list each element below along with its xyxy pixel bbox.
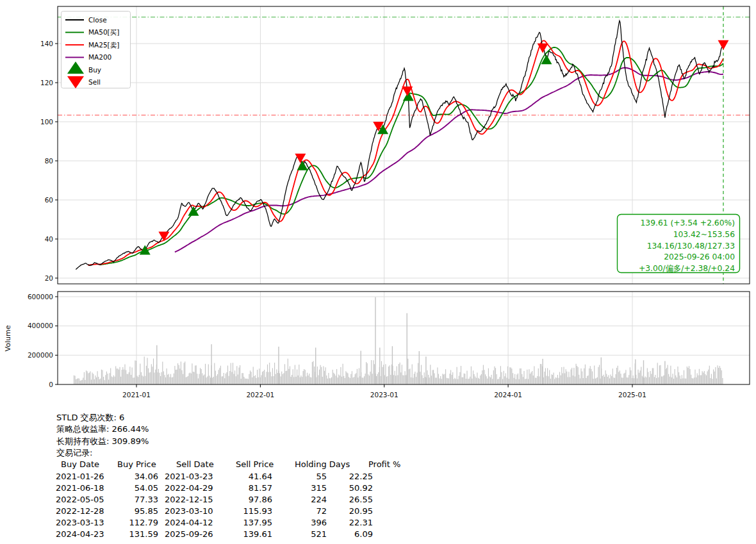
trade-cell: 97.86 (216, 495, 272, 504)
price-ytick: 100 (40, 118, 53, 126)
trade-cell: 2022-05-05 (56, 495, 107, 504)
col-profit-pct: Profit % (368, 459, 400, 469)
trade-cell: 6.09 (327, 529, 373, 539)
sell-marker-icon (158, 231, 169, 241)
volume-ytick: 200000 (28, 351, 53, 359)
legend-label: Sell (88, 78, 101, 86)
trade-cell: 54.05 (107, 483, 158, 493)
trade-cell: 521 (272, 529, 327, 539)
trade-cell: 2021-01-26 (56, 472, 107, 481)
trade-cell: 115.93 (216, 506, 272, 516)
trade-cell: 50.92 (327, 483, 373, 493)
xtick-label: 2025-01 (618, 391, 646, 399)
price-ytick: 40 (45, 235, 53, 243)
trade-cell: 2025-09-26 (165, 529, 216, 539)
trade-cell: 95.85 (107, 506, 158, 516)
trade-cell: 22.25 (327, 472, 373, 481)
annotation-box: 139.61 (+3.54 +2.60%)103.42~153.56134.16… (618, 215, 740, 274)
price-ytick: 60 (45, 196, 53, 204)
volume-ytick: 400000 (28, 322, 53, 329)
trade-count-line: STLD 交易次数: 6 (56, 412, 124, 424)
trade-cell: 2024-04-23 (56, 529, 107, 539)
trade-cell: 137.95 (216, 518, 272, 527)
annotation-line: 103.42~153.56 (673, 230, 735, 239)
col-buy-date: Buy Date (61, 459, 99, 469)
trade-cell: 22.31 (327, 518, 373, 527)
trade-cell: 2023-03-13 (56, 518, 107, 527)
xtick-label: 2022-01 (246, 391, 274, 399)
trade-cell: 2022-12-15 (165, 495, 216, 504)
annotation-line: 134.16/130.48/127.33 (647, 242, 735, 251)
trade-cell: 55 (272, 472, 327, 481)
volume-axis-label: Volume (4, 325, 12, 351)
xtick-label: 2023-01 (370, 391, 399, 399)
strategy-return-line: 策略总收益率: 266.44% (56, 424, 149, 435)
annotation-line: 139.61 (+3.54 +2.60%) (641, 218, 735, 227)
price-ytick: 120 (40, 79, 53, 87)
stld-strategy-screenshot: 2040608010012014002000004000006000002021… (0, 0, 756, 544)
trade-cell: 2024-04-12 (165, 518, 216, 527)
legend-label: MA200 (88, 53, 111, 61)
sell-marker-icon (718, 40, 728, 50)
panel-borders (58, 6, 750, 384)
col-holding-days: Holding Days (295, 459, 350, 469)
sell-marker-icon (402, 87, 413, 96)
hold-return-line: 长期持有收益: 309.89% (56, 436, 149, 447)
trade-row: 2022-05-0577.332022-12-1597.8622426.55 (56, 495, 373, 504)
trade-row: 2022-12-2895.852023-03-10115.937220.95 (56, 506, 373, 516)
trade-records-label: 交易记录: (56, 447, 92, 459)
xtick-label: 2021-01 (122, 391, 151, 399)
trade-cell: 315 (272, 483, 327, 493)
price-ytick: 140 (40, 40, 53, 47)
col-sell-date: Sell Date (176, 459, 214, 469)
price-ytick: 80 (45, 157, 53, 165)
trade-cell: 81.57 (216, 483, 272, 493)
trade-cell: 77.33 (107, 495, 158, 504)
trade-row: 2021-06-1854.052022-04-2981.5731550.92 (56, 483, 373, 493)
volume-ytick: 600000 (28, 293, 53, 301)
trade-cell: 224 (272, 495, 327, 504)
trade-cell: 34.06 (107, 472, 158, 481)
trade-cell: 2022-04-29 (165, 483, 216, 493)
trade-cell: 2021-03-23 (165, 472, 216, 481)
col-sell-price: Sell Price (236, 459, 274, 469)
buy-markers (140, 54, 552, 254)
xtick-label: 2024-01 (494, 391, 522, 399)
annotation-line: 2025-09-26 04:00 (664, 252, 735, 261)
legend-label: Close (88, 16, 107, 24)
col-buy-price: Buy Price (117, 459, 156, 469)
trade-cell: 139.61 (216, 529, 272, 539)
annotation-line: +3.00/偏多/+2.38/+0.24 (639, 264, 735, 273)
trade-row: 2024-04-23131.592025-09-26139.615216.09 (56, 529, 373, 539)
trade-cell: 2022-12-28 (56, 506, 107, 516)
trade-cell: 2023-03-10 (165, 506, 216, 516)
trade-cell: 112.79 (107, 518, 158, 527)
trade-cell: 396 (272, 518, 327, 527)
trade-cell: 72 (272, 506, 327, 516)
trade-row: 2023-03-13112.792024-04-12137.9539622.31 (56, 518, 373, 527)
legend-label: MA50[买] (88, 28, 119, 36)
legend: CloseMA50[买]MA25[卖]MA200BuySell (62, 12, 131, 89)
volume-ytick: 0 (49, 381, 53, 388)
trade-cell: 26.55 (327, 495, 373, 504)
trade-cell: 20.95 (327, 506, 373, 516)
buy-marker-icon (297, 161, 308, 170)
legend-label: Buy (88, 66, 101, 74)
trade-cell: 41.64 (216, 472, 272, 481)
legend-label: MA25[卖] (88, 41, 119, 49)
gridlines (58, 6, 750, 384)
trade-row: 2021-01-2634.062021-03-2341.645522.25 (56, 472, 373, 481)
price-volume-chart: 2040608010012014002000004000006000002021… (0, 0, 756, 404)
trade-cell: 131.59 (107, 529, 158, 539)
price-ytick: 20 (45, 274, 53, 282)
volume-bars (74, 297, 723, 384)
trade-cell: 2021-06-18 (56, 483, 107, 493)
